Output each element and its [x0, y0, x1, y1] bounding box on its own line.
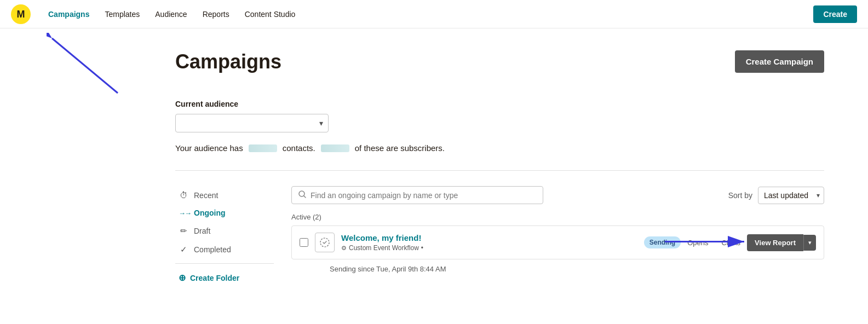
subscribers-count-blurred — [321, 144, 349, 152]
sidebar-item-draft[interactable]: ✏ Draft — [175, 222, 274, 240]
active-section-header: Active (2) — [291, 213, 824, 221]
sort-select-wrapper: Last updated Name Date created ▾ — [758, 187, 824, 204]
checkmark-icon: ✓ — [179, 245, 188, 254]
logo[interactable]: M — [11, 4, 31, 24]
search-box — [291, 186, 543, 204]
audience-select[interactable] — [175, 114, 329, 132]
sending-since-info: Sending since Tue, April 9th 8:44 AM — [291, 265, 824, 273]
sort-area: Sort by Last updated Name Date created ▾ — [728, 187, 824, 204]
campaign-stats: Opens Clicks — [687, 239, 740, 247]
clock-icon: ⏱ — [179, 190, 188, 200]
sidebar: ⏱ Recent →→ Ongoing ✏ Draft ✓ Completed … — [175, 186, 274, 287]
view-report-dropdown-button[interactable]: ▾ — [803, 235, 816, 251]
nav-campaigns[interactable]: Campaigns — [42, 7, 96, 22]
nav-items: Campaigns Templates Audience Reports Con… — [42, 7, 813, 22]
view-report-main-button[interactable]: View Report — [747, 234, 803, 251]
current-audience-label: Current audience — [175, 100, 824, 108]
sending-status-badge: Sending — [644, 236, 681, 248]
plus-circle-icon: ⊕ — [179, 273, 186, 283]
nav-create-button[interactable]: Create — [813, 5, 857, 23]
sidebar-item-recent[interactable]: ⏱ Recent — [175, 186, 274, 204]
ongoing-icon: →→ — [179, 209, 188, 217]
sidebar-item-ongoing-label: Ongoing — [194, 209, 226, 217]
top-nav: M Campaigns Templates Audience Reports C… — [0, 0, 868, 28]
clicks-stat: Clicks — [721, 239, 740, 247]
audience-info: Your audience has contacts. of these are… — [175, 143, 824, 153]
nav-content-studio[interactable]: Content Studio — [238, 7, 302, 22]
sidebar-item-ongoing[interactable]: →→ Ongoing — [175, 204, 274, 222]
divider — [175, 170, 824, 171]
search-icon — [298, 190, 306, 200]
view-report-button-group: View Report ▾ — [747, 234, 816, 251]
campaign-meta-separator: • — [421, 244, 423, 252]
create-campaign-button[interactable]: Create Campaign — [735, 50, 824, 73]
opens-stat: Opens — [687, 239, 708, 247]
nav-templates[interactable]: Templates — [98, 7, 146, 22]
create-folder-button[interactable]: ⊕ Create Folder — [175, 268, 274, 287]
page-title: Campaigns — [175, 50, 281, 73]
campaign-type-icon — [315, 233, 335, 252]
campaign-list-area: Sort by Last updated Name Date created ▾… — [291, 186, 824, 287]
opens-label: Opens — [687, 239, 708, 247]
campaign-row: Welcome, my friend! ⚙ Custom Event Workf… — [291, 225, 824, 259]
sidebar-item-completed[interactable]: ✓ Completed — [175, 240, 274, 259]
campaigns-layout: ⏱ Recent →→ Ongoing ✏ Draft ✓ Completed … — [175, 186, 824, 287]
search-input[interactable] — [311, 191, 536, 200]
campaign-name[interactable]: Welcome, my friend! — [341, 233, 637, 242]
campaign-checkbox[interactable] — [300, 238, 308, 247]
page-header-row: Campaigns Create Campaign — [175, 50, 824, 86]
sort-select[interactable]: Last updated Name Date created — [758, 187, 824, 204]
campaign-type-label: Custom Event Workflow — [349, 244, 419, 252]
workflow-icon: ⚙ — [341, 245, 347, 252]
sidebar-item-completed-label: Completed — [194, 245, 231, 254]
sort-by-label: Sort by — [728, 191, 752, 200]
sidebar-item-draft-label: Draft — [194, 227, 210, 235]
audience-select-wrapper: ▾ — [175, 114, 329, 132]
clicks-label: Clicks — [721, 239, 740, 247]
sidebar-divider — [175, 263, 274, 264]
search-sort-bar: Sort by Last updated Name Date created ▾ — [291, 186, 824, 204]
main-content: Campaigns Create Campaign Current audien… — [0, 28, 868, 309]
nav-audience[interactable]: Audience — [148, 7, 193, 22]
campaign-meta: ⚙ Custom Event Workflow • — [341, 244, 637, 252]
contacts-count-blurred — [249, 144, 277, 152]
nav-reports[interactable]: Reports — [196, 7, 236, 22]
svg-line-5 — [304, 196, 306, 198]
pencil-icon: ✏ — [179, 226, 188, 236]
sidebar-item-recent-label: Recent — [194, 191, 218, 200]
svg-text:M: M — [17, 9, 25, 20]
campaign-info: Welcome, my friend! ⚙ Custom Event Workf… — [341, 233, 637, 252]
